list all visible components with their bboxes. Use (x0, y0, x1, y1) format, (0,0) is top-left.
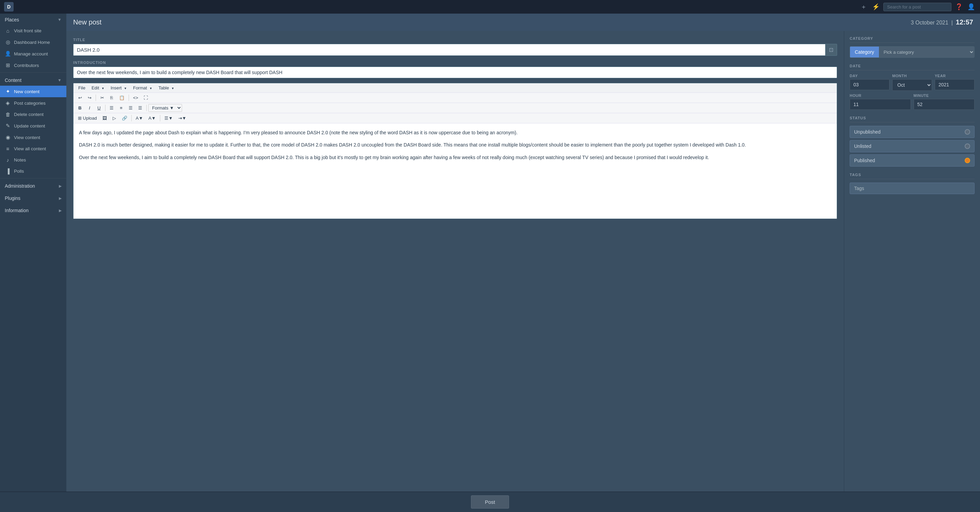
content-area: New post 3 October 2021 | 12:57 TITLE ⊡ … (66, 14, 980, 491)
year-label: YEAR (935, 74, 975, 78)
intro-input[interactable] (73, 67, 837, 78)
image-button[interactable]: 🖼 (100, 114, 109, 122)
help-icon[interactable]: ❓ (954, 2, 964, 11)
sidebar-item-label: View all content (14, 146, 46, 151)
date-grid: DAY MONTH Oct YEAR (850, 74, 975, 91)
undo-button[interactable]: ↩ (76, 94, 84, 101)
day-input[interactable] (850, 79, 889, 90)
user-icon[interactable]: 👤 (966, 2, 976, 11)
sidebar-item-polls[interactable]: ▐ Polls (0, 166, 66, 177)
insert-menu[interactable]: Insert ▼ (108, 84, 130, 92)
italic-button[interactable]: I (85, 104, 94, 112)
highlight-button[interactable]: A▼ (146, 114, 158, 122)
editor-toolbar-1: ↩ ↪ ✂ ⎘ 📋 <> ⛶ (73, 93, 837, 103)
sidebar-item-new-content[interactable]: ✦ New content (0, 86, 66, 97)
year-field-group: YEAR (935, 74, 975, 91)
home-icon: ⌂ (5, 28, 11, 34)
sidebar-item-label: Contributors (14, 63, 39, 68)
list-button[interactable]: ☰▼ (162, 114, 175, 122)
fullscreen-button[interactable]: ⛶ (141, 94, 150, 101)
month-label: MONTH (892, 74, 932, 78)
font-color-button[interactable]: A▼ (134, 114, 146, 122)
content-section-header[interactable]: Content ▼ (0, 74, 66, 86)
places-section-header[interactable]: Places ▼ (0, 14, 66, 25)
align-justify-button[interactable]: ☰ (136, 104, 145, 112)
administration-chevron-icon: ▶ (59, 184, 62, 189)
main-layout: Places ▼ ⌂ Visit front site ◎ Dashboard … (0, 14, 980, 491)
content-paragraph-3: Over the next few weekends, I aim to bui… (79, 154, 831, 161)
content-paragraph-1: A few days ago, I updated the page about… (79, 129, 831, 136)
administration-label: Administration (5, 183, 35, 189)
sidebar-item-label: Visit front site (14, 28, 41, 33)
search-input[interactable] (883, 3, 951, 11)
tags-button[interactable]: Tags (850, 182, 975, 194)
view-icon: ◉ (5, 134, 11, 140)
format-menu[interactable]: Format ▼ (130, 84, 155, 92)
unlisted-label: Unlisted (854, 143, 872, 149)
redo-button[interactable]: ↪ (85, 94, 94, 101)
formats-dropdown[interactable]: Formats ▼ (148, 104, 182, 112)
topbar: D ＋ ⚡ ❓ 👤 (0, 0, 980, 14)
tags-label: Tags (854, 185, 864, 191)
hour-input[interactable] (850, 99, 911, 110)
unpublished-status-button[interactable]: Unpublished (850, 126, 975, 138)
upload-button[interactable]: ⊞ Upload (76, 114, 99, 122)
align-left-button[interactable]: ☰ (107, 104, 116, 112)
sidebar-item-view-all-content[interactable]: ≡ View all content (0, 143, 66, 154)
edit-menu[interactable]: Edit ▼ (89, 84, 107, 92)
plugins-label: Plugins (5, 195, 21, 201)
content-label: Content (5, 78, 21, 83)
bottom-bar: Post (0, 491, 980, 512)
category-label-button[interactable]: Category (850, 47, 879, 57)
sidebar-item-information[interactable]: Information ▶ (0, 204, 66, 217)
time-grid: HOUR MINUTE (850, 94, 975, 110)
tags-section-title: TAGS (850, 173, 975, 179)
sidebar-item-plugins[interactable]: Plugins ▶ (0, 192, 66, 204)
sidebar-item-contributors[interactable]: ⊞ Contributors (0, 60, 66, 71)
published-status-button[interactable]: Published (850, 154, 975, 166)
media-button[interactable]: ▷ (110, 114, 119, 122)
link-button[interactable]: 🔗 (119, 114, 130, 122)
speed-icon[interactable]: ⚡ (871, 2, 881, 11)
sidebar-item-view-content[interactable]: ◉ View content (0, 132, 66, 143)
sidebar-item-manage-account[interactable]: 👤 Manage account (0, 48, 66, 60)
code-button[interactable]: <> (130, 94, 140, 101)
month-select[interactable]: Oct (892, 79, 932, 91)
post-button[interactable]: Post (471, 495, 509, 509)
editor-layout: TITLE ⊡ INTRODUCTION File Edit ▼ Insert … (66, 31, 980, 491)
intro-label: INTRODUCTION (73, 60, 837, 65)
sidebar-item-delete-content[interactable]: 🗑 Delete content (0, 109, 66, 120)
title-expand-button[interactable]: ⊡ (825, 44, 837, 56)
editor-content[interactable]: A few days ago, I updated the page about… (73, 124, 837, 219)
minute-input[interactable] (914, 99, 975, 110)
sidebar-item-update-content[interactable]: ✎ Update content (0, 120, 66, 132)
align-center-button[interactable]: ≡ (117, 104, 126, 112)
date-section-title: DATE (850, 64, 975, 70)
copy-button[interactable]: ⎘ (107, 94, 116, 101)
sidebar-item-visit-front[interactable]: ⌂ Visit front site (0, 25, 66, 36)
cut-button[interactable]: ✂ (98, 94, 107, 101)
hour-field-group: HOUR (850, 94, 911, 110)
title-input[interactable] (73, 44, 825, 56)
bold-button[interactable]: B (76, 104, 84, 112)
status-section: STATUS Unpublished Unlisted Published (850, 116, 975, 166)
add-button[interactable]: ＋ (859, 2, 869, 11)
category-section-title: CATEGORY (850, 36, 975, 43)
unlisted-indicator (965, 143, 970, 149)
year-input[interactable] (935, 79, 975, 90)
align-right-button[interactable]: ☰ (126, 104, 135, 112)
table-menu[interactable]: Table ▼ (156, 84, 177, 92)
file-menu[interactable]: File (76, 84, 88, 92)
information-label: Information (5, 208, 29, 213)
sidebar-item-administration[interactable]: Administration ▶ (0, 180, 66, 192)
category-select[interactable]: Pick a category (879, 47, 974, 57)
unlisted-status-button[interactable]: Unlisted (850, 140, 975, 152)
paste-button[interactable]: 📋 (117, 94, 127, 101)
sidebar-item-dashboard-home[interactable]: ◎ Dashboard Home (0, 36, 66, 48)
sidebar-item-post-categories[interactable]: ◈ Post categories (0, 97, 66, 109)
underline-button[interactable]: U (95, 104, 103, 112)
sidebar-item-notes[interactable]: ♪ Notes (0, 154, 66, 166)
indent-button[interactable]: ⇥▼ (176, 114, 189, 122)
information-chevron-icon: ▶ (59, 208, 62, 213)
unpublished-label: Unpublished (854, 129, 881, 135)
